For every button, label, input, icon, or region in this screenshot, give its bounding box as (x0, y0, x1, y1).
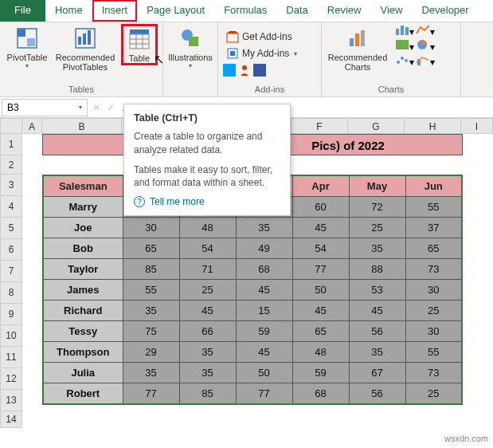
salesman-cell[interactable]: Robert (43, 383, 123, 405)
value-cell[interactable]: 35 (349, 342, 405, 363)
header-salesman[interactable]: Salesman (43, 175, 123, 197)
value-cell[interactable]: 65 (405, 238, 462, 259)
row-header[interactable]: 14 (0, 411, 22, 428)
value-cell[interactable]: 67 (349, 363, 405, 383)
value-cell[interactable]: 45 (292, 301, 349, 321)
value-cell[interactable]: 48 (292, 342, 349, 363)
value-cell[interactable]: 45 (179, 301, 236, 321)
value-cell[interactable]: 35 (179, 342, 236, 363)
value-cell[interactable]: 68 (292, 383, 349, 405)
value-cell[interactable]: 35 (123, 301, 179, 321)
value-cell[interactable]: 45 (236, 342, 292, 363)
row-header[interactable]: 11 (0, 347, 22, 368)
people-graph-icon[interactable] (238, 64, 251, 79)
value-cell[interactable]: 45 (292, 218, 349, 238)
value-cell[interactable]: 30 (123, 218, 179, 238)
table-button[interactable]: Table (121, 24, 158, 65)
bing-maps-icon[interactable] (223, 64, 236, 79)
value-cell[interactable]: 77 (236, 383, 292, 405)
row-header[interactable]: 1 (0, 134, 22, 155)
value-cell[interactable]: 15 (236, 301, 292, 321)
tab-file[interactable]: File (0, 0, 45, 22)
row-header[interactable]: 12 (0, 368, 22, 390)
row-header[interactable]: 9 (0, 304, 22, 325)
col-header[interactable]: G (348, 118, 405, 134)
salesman-cell[interactable]: Bob (43, 238, 123, 259)
value-cell[interactable]: 25 (179, 280, 236, 301)
select-all-corner[interactable] (0, 118, 22, 134)
value-cell[interactable]: 56 (349, 321, 405, 342)
salesman-cell[interactable]: Marry (43, 197, 123, 218)
value-cell[interactable]: 73 (405, 363, 462, 383)
col-header[interactable]: F (291, 118, 348, 134)
row-header[interactable]: 13 (0, 390, 22, 411)
value-cell[interactable]: 68 (236, 259, 292, 280)
name-box[interactable]: B3 ▾ (2, 99, 88, 116)
value-cell[interactable]: 60 (292, 197, 349, 218)
value-cell[interactable]: 71 (179, 259, 236, 280)
row-header[interactable]: 7 (0, 261, 22, 282)
value-cell[interactable]: 75 (123, 321, 179, 342)
row-header[interactable]: 8 (0, 282, 22, 304)
tab-home[interactable]: Home (45, 0, 92, 22)
tab-formulas[interactable]: Formulas (214, 0, 276, 22)
row-header[interactable]: 6 (0, 239, 22, 261)
value-cell[interactable]: 25 (405, 383, 462, 405)
value-cell[interactable]: 53 (349, 280, 405, 301)
value-cell[interactable]: 50 (236, 363, 292, 383)
salesman-cell[interactable]: Tessy (43, 321, 123, 342)
value-cell[interactable]: 45 (349, 301, 405, 321)
value-cell[interactable]: 59 (292, 363, 349, 383)
col-header[interactable]: I (461, 118, 493, 134)
value-cell[interactable]: 49 (236, 238, 292, 259)
combo-chart-icon[interactable]: ▾ (416, 54, 435, 68)
scatter-chart-icon[interactable]: ▾ (395, 54, 414, 68)
pivottable-button[interactable]: PivotTable ▾ (5, 24, 49, 71)
value-cell[interactable]: 25 (405, 301, 462, 321)
value-cell[interactable]: 65 (123, 238, 179, 259)
row-header[interactable]: 4 (0, 196, 22, 218)
header-apr[interactable]: Apr (292, 175, 349, 197)
value-cell[interactable]: 35 (179, 363, 236, 383)
salesman-cell[interactable]: Thompson (43, 342, 123, 363)
illustrations-button[interactable]: Illustrations ▾ (168, 24, 213, 71)
value-cell[interactable]: 65 (292, 321, 349, 342)
row-header[interactable]: 2 (0, 155, 22, 175)
value-cell[interactable]: 35 (123, 363, 179, 383)
col-header[interactable]: H (405, 118, 461, 134)
pie-chart-icon[interactable]: ▾ (416, 39, 435, 53)
value-cell[interactable]: 30 (405, 321, 462, 342)
value-cell[interactable]: 66 (179, 321, 236, 342)
value-cell[interactable]: 77 (292, 259, 349, 280)
tab-developer[interactable]: Developer (412, 0, 478, 22)
col-header[interactable]: B (42, 118, 122, 134)
value-cell[interactable]: 54 (292, 238, 349, 259)
value-cell[interactable]: 35 (349, 238, 405, 259)
value-cell[interactable]: 48 (179, 218, 236, 238)
tab-review[interactable]: Review (318, 0, 371, 22)
value-cell[interactable]: 30 (405, 280, 462, 301)
value-cell[interactable]: 56 (349, 383, 405, 405)
tab-page-layout[interactable]: Page Layout (137, 0, 214, 22)
tab-view[interactable]: View (370, 0, 412, 22)
column-chart-icon[interactable]: ▾ (395, 24, 414, 37)
value-cell[interactable]: 25 (349, 218, 405, 238)
recommended-pivot-button[interactable]: Recommended PivotTables (53, 24, 118, 73)
value-cell[interactable]: 55 (123, 280, 179, 301)
salesman-cell[interactable]: Joe (43, 218, 123, 238)
value-cell[interactable]: 29 (123, 342, 179, 363)
salesman-cell[interactable]: James (43, 280, 123, 301)
value-cell[interactable]: 85 (179, 383, 236, 405)
row-header[interactable]: 10 (0, 325, 22, 347)
value-cell[interactable]: 37 (405, 218, 462, 238)
header-may[interactable]: May (349, 175, 405, 197)
value-cell[interactable]: 77 (123, 383, 179, 405)
salesman-cell[interactable]: Julia (43, 363, 123, 383)
line-chart-icon[interactable]: ▾ (416, 24, 435, 37)
value-cell[interactable]: 73 (405, 259, 462, 280)
header-jun[interactable]: Jun (405, 175, 462, 197)
tab-data[interactable]: Data (276, 0, 317, 22)
tab-insert[interactable]: Insert (92, 0, 138, 22)
value-cell[interactable]: 59 (236, 321, 292, 342)
row-header[interactable]: 3 (0, 175, 22, 196)
